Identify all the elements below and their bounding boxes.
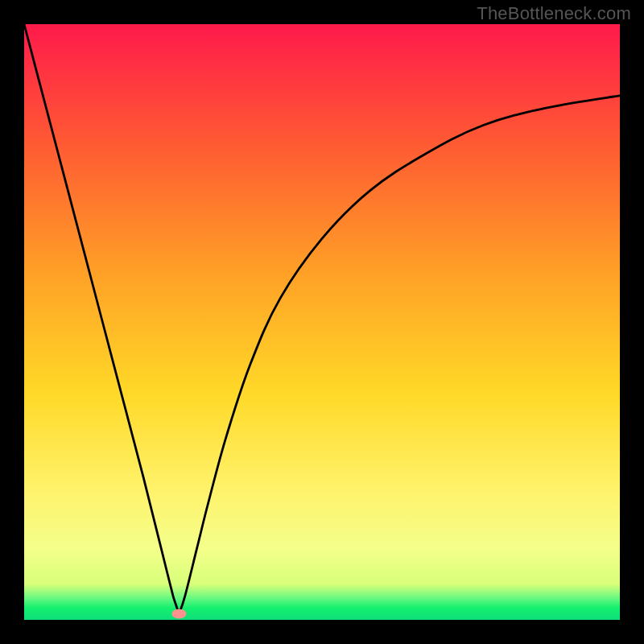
curve-marker: [171, 609, 186, 619]
watermark-text: TheBottleneck.com: [477, 3, 631, 24]
chart-frame: TheBottleneck.com: [0, 0, 644, 644]
chart-svg: [24, 24, 620, 620]
plot-area: [24, 24, 620, 620]
gradient-background: [24, 24, 620, 620]
